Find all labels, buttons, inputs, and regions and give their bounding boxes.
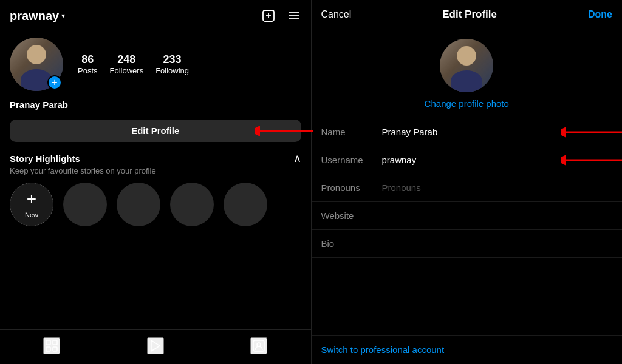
stat-posts[interactable]: 86 Posts [78,53,98,75]
story-highlights-section: Story Highlights ∧ Keep your favourite s… [0,146,311,329]
form-fields: Name Pranay Parab Username prawnay [312,115,623,335]
profile-section: + 86 Posts 248 Followers 233 Following [0,32,311,97]
hamburger-icon [287,8,301,23]
story-highlights-subtitle: Keep your favourite stories on your prof… [10,166,301,175]
plus-icon: + [27,190,36,207]
change-photo-button[interactable]: Change profile photo [425,98,509,109]
right-avatar [440,39,493,92]
right-avatar-placeholder [440,39,493,92]
menu-button[interactable] [287,8,301,23]
edit-profile-wrapper: Edit Profile [0,116,311,146]
edit-profile-button[interactable]: Edit Profile [10,120,301,142]
left-panel: prawnay ▾ [0,0,311,364]
highlight-item-2[interactable] [117,183,160,226]
new-highlight-button[interactable]: + New [10,183,53,226]
following-count: 233 [163,53,182,66]
play-icon [148,339,163,353]
profile-icon [251,339,266,353]
username-field-row: Username prawnay [312,146,623,174]
website-field-row: Website [312,202,623,230]
highlights-row: + New [10,183,301,226]
collapse-icon[interactable]: ∧ [293,152,301,165]
header-icons [261,8,301,23]
svg-point-13 [257,343,261,346]
stats-area: 86 Posts 248 Followers 233 Following [78,53,301,75]
avatar-wrapper: + [10,38,63,91]
svg-rect-7 [46,340,50,345]
profile-nav-button[interactable] [250,337,267,354]
new-highlight-label: New [25,211,38,218]
right-photo-section: Change profile photo [312,29,623,115]
chevron-down-icon: ▾ [61,12,65,20]
display-name: Pranay Parab [0,97,311,116]
left-header: prawnay ▾ [0,0,311,32]
stat-followers[interactable]: 248 Followers [110,53,144,75]
name-field-row: Name Pranay Parab [312,118,623,146]
name-label: Name [321,127,382,137]
edit-profile-label: Edit Profile [131,126,179,136]
bio-field-row: Bio [312,230,623,258]
pronouns-label: Pronouns [321,183,382,193]
bottom-nav [0,329,311,364]
grid-nav-button[interactable] [43,337,60,354]
followers-label: Followers [110,66,144,75]
story-highlights-header: Story Highlights ∧ [10,152,301,165]
bio-label: Bio [321,238,382,249]
highlight-item-3[interactable] [170,183,214,226]
switch-professional-button[interactable]: Switch to professional account [321,345,445,355]
followers-count: 248 [117,53,135,66]
add-story-badge[interactable]: + [47,75,62,90]
story-highlights-title: Story Highlights [10,153,80,164]
add-post-icon [261,8,276,23]
edit-profile-title: Edit Profile [442,8,497,21]
posts-label: Posts [78,66,98,75]
username-text: prawnay [10,9,59,23]
pronouns-value[interactable]: Pronouns [382,183,613,193]
highlight-item-1[interactable] [63,183,107,226]
following-label: Following [156,66,189,75]
svg-rect-9 [46,347,50,351]
name-value[interactable]: Pranay Parab [382,127,613,137]
right-header: Cancel Edit Profile Done [312,0,623,29]
grid-icon [44,339,59,353]
stat-following[interactable]: 233 Following [156,53,189,75]
username-label: Username [321,155,382,165]
website-label: Website [321,211,382,221]
pronouns-field-row: Pronouns Pronouns [312,174,623,202]
svg-rect-10 [53,347,57,351]
highlight-item-4[interactable] [224,183,267,226]
username-value[interactable]: prawnay [382,155,613,165]
done-button[interactable]: Done [588,9,612,20]
username-area[interactable]: prawnay ▾ [10,9,65,23]
svg-marker-11 [151,340,160,351]
right-panel: Cancel Edit Profile Done Change profile … [312,0,623,364]
svg-rect-8 [53,340,57,345]
posts-count: 86 [81,53,94,66]
cancel-button[interactable]: Cancel [321,9,352,20]
switch-professional-section: Switch to professional account [312,335,623,364]
add-post-button[interactable] [261,8,276,23]
reels-nav-button[interactable] [147,337,164,354]
